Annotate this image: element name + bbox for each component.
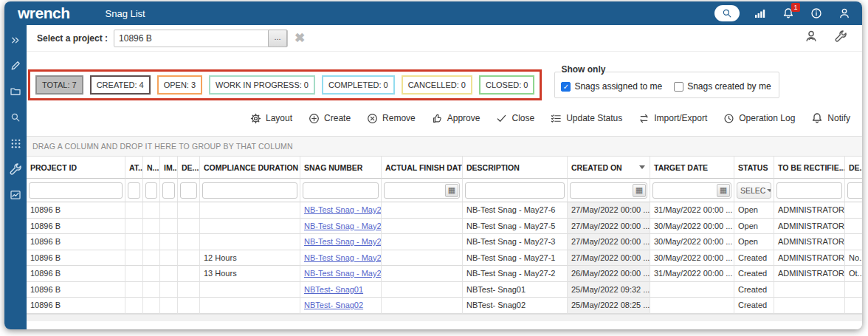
column-header-snag_number[interactable]: SNAG NUMBER <box>300 157 382 179</box>
checkbox[interactable]: ✓ <box>561 82 571 92</box>
notify-button[interactable]: Notify <box>811 112 850 124</box>
bell-icon[interactable]: 1 <box>781 6 796 21</box>
sidebar-item-chevrons[interactable] <box>8 32 23 47</box>
grid-header-row: PROJECT IDAT...N...IM...DE...COMPLIANCE … <box>27 157 862 179</box>
checkbox-label: Snags created by me <box>687 81 771 92</box>
calendar-icon[interactable]: ▦ <box>445 184 458 197</box>
toolbar-button-label: Create <box>324 113 351 123</box>
table-row[interactable]: 10896 BNBTest- Snag02NBTest- Snag0225/Ma… <box>27 298 862 314</box>
info-icon[interactable] <box>809 6 824 21</box>
calendar-icon[interactable]: ▦ <box>717 184 730 197</box>
chevron-down-icon <box>767 189 771 192</box>
filter-input-target_date[interactable]: ▦ <box>652 182 731 199</box>
calendar-icon[interactable]: ▦ <box>633 184 646 197</box>
filter-input-actual_finish_date[interactable]: ▦ <box>384 182 460 199</box>
column-header-to_be_rectified[interactable]: TO BE RECTIFIE... <box>774 157 845 179</box>
bar-chart-icon[interactable] <box>753 6 768 21</box>
operation-log-button[interactable]: Operation Log <box>723 113 795 124</box>
table-row[interactable]: 10896 B12 HoursNB-Test Snag - May27-1NB-… <box>27 250 862 267</box>
filter-input-created_on[interactable]: ▦ <box>570 182 647 199</box>
column-header-project_id[interactable]: PROJECT ID <box>27 157 125 179</box>
filter-cell-attachment <box>125 179 143 202</box>
show-only-option[interactable]: ✓Snags assigned to me <box>561 81 662 92</box>
toolbar: LayoutCreateRemoveApproveCloseUpdate Sta… <box>250 112 850 124</box>
close-button[interactable]: Close <box>496 113 534 124</box>
filter-input-compliance_duration[interactable] <box>202 182 297 199</box>
cell-importance <box>160 219 178 235</box>
filter-input-importance[interactable] <box>162 182 175 199</box>
cell-compliance_duration <box>200 298 300 314</box>
column-header-detail[interactable]: DE... <box>178 157 200 179</box>
layout-button[interactable]: Layout <box>250 113 292 124</box>
group-by-bar[interactable]: DRAG A COLUMN AND DROP IT HERE TO GROUP … <box>27 137 862 157</box>
toolbar-button-label: Notify <box>827 113 850 123</box>
create-button[interactable]: Create <box>309 113 351 124</box>
snag-number-link[interactable]: NB-Test Snag - May27-1 <box>304 253 382 262</box>
snag-number-link[interactable]: NBTest- Snag01 <box>304 285 363 294</box>
search-button[interactable] <box>714 5 740 21</box>
sidebar-item-report[interactable] <box>8 188 23 202</box>
approve-button[interactable]: Approve <box>432 113 480 124</box>
column-header-defect[interactable]: DE... <box>845 157 862 179</box>
column-header-note[interactable]: N... <box>143 157 160 179</box>
toolbar-button-label: Operation Log <box>739 113 795 123</box>
snag-number-link[interactable]: NB-Test Snag - May27-3 <box>304 237 382 246</box>
column-header-actual_finish_date[interactable]: ACTUAL FINISH DATE <box>382 157 463 179</box>
cell-description: NB-Test Snag - May27-2 <box>463 266 568 282</box>
table-row[interactable]: 10896 BNB-Test Snag - May27-5NB-Test Sna… <box>27 219 862 235</box>
status-filter-select[interactable]: SELEC <box>737 182 771 199</box>
project-input[interactable] <box>114 30 288 47</box>
filter-cell-target_date: ▦ <box>650 179 734 202</box>
checkbox[interactable] <box>674 82 683 92</box>
status-badge: CLOSED: 0 <box>479 75 534 95</box>
engineer-icon[interactable] <box>805 30 818 43</box>
clear-project-icon[interactable]: ✖ <box>294 30 305 46</box>
column-header-target_date[interactable]: TARGET DATE <box>650 157 734 179</box>
remove-button[interactable]: Remove <box>367 113 416 124</box>
snag-number-link[interactable]: NB-Test Snag - May27-6 <box>304 205 382 214</box>
filter-input-detail[interactable] <box>180 182 197 199</box>
column-header-attachment[interactable]: AT... <box>125 157 143 179</box>
filter-input-defect[interactable] <box>847 182 862 199</box>
filter-input-description[interactable] <box>465 182 565 199</box>
filter-input-to_be_rectified[interactable] <box>776 182 842 199</box>
project-browse-button[interactable]: ... <box>268 30 287 47</box>
table-row[interactable]: 10896 BNB-Test Snag - May27-3NB-Test Sna… <box>27 234 862 250</box>
snag-number-link[interactable]: NB-Test Snag - May27-5 <box>304 222 382 230</box>
sidebar-item-folder[interactable] <box>8 84 23 99</box>
snag-number-link[interactable]: NBTest- Snag02 <box>304 301 363 309</box>
table-row[interactable]: 10896 BNBTest- Snag01NBTest- Snag0125/Ma… <box>27 282 862 298</box>
sidebar-item-grid-dots[interactable] <box>8 136 23 151</box>
filter-input-project_id[interactable] <box>29 182 123 199</box>
cell-attachment <box>125 250 143 267</box>
cell-compliance_duration: 13 Hours <box>200 266 300 282</box>
gear-icon <box>250 113 261 124</box>
sort-desc-icon <box>639 165 645 169</box>
cell-attachment <box>125 298 143 314</box>
cell-target_date: 30/May/2022 00:00 ... <box>650 250 734 267</box>
import-export-button[interactable]: Import/Export <box>638 113 707 124</box>
horizontal-scrollbar[interactable] <box>27 314 862 321</box>
column-header-importance[interactable]: IM... <box>160 157 178 179</box>
snag-number-link[interactable]: NB-Test Snag - May27-2 <box>304 269 382 278</box>
filter-input-note[interactable] <box>145 182 157 199</box>
column-header-created_on[interactable]: CREATED ON <box>568 157 650 179</box>
user-icon[interactable] <box>837 6 852 21</box>
cell-to_be_rectified: ADMINISTRATOR <box>774 250 845 267</box>
table-row[interactable]: 10896 B13 HoursNB-Test Snag - May27-2NB-… <box>27 266 862 282</box>
filter-input-snag_number[interactable] <box>303 182 379 199</box>
column-header-status[interactable]: STATUS <box>734 157 774 179</box>
sidebar-item-wrench[interactable] <box>8 162 23 176</box>
column-header-label: ACTUAL FINISH DATE <box>385 163 463 172</box>
column-header-description[interactable]: DESCRIPTION <box>463 157 568 179</box>
column-header-compliance_duration[interactable]: COMPLIANCE DURATION <box>200 157 300 179</box>
sidebar-item-search[interactable] <box>8 110 23 125</box>
table-row[interactable]: 10896 BNB-Test Snag - May27-6NB-Test Sna… <box>27 202 862 219</box>
sidebar-item-pencil[interactable] <box>8 58 23 73</box>
project-bar-icons <box>805 30 847 43</box>
filter-input-attachment[interactable] <box>128 182 140 199</box>
show-only-option[interactable]: Snags created by me <box>674 81 771 92</box>
toolbar-button-label: Layout <box>266 113 292 123</box>
update-status-button[interactable]: Update Status <box>551 113 622 124</box>
wrench-icon[interactable] <box>834 30 847 43</box>
